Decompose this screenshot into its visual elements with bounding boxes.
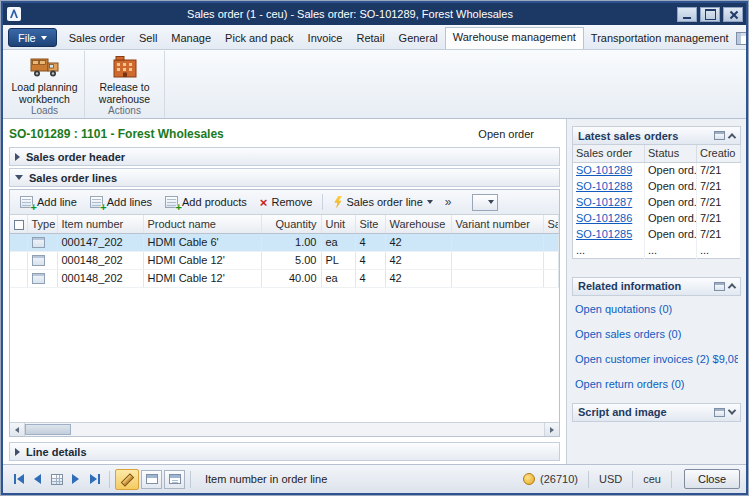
tab-transportation-management[interactable]: Transportation management <box>584 28 736 49</box>
tab-sell[interactable]: Sell <box>132 28 164 49</box>
product-name-cell[interactable]: HDMI Cable 6' <box>143 233 261 251</box>
warehouse-cell[interactable]: 42 <box>385 251 451 269</box>
show-grid-button[interactable] <box>141 470 162 489</box>
open-factbox-icon[interactable] <box>714 282 725 291</box>
chevron-up-icon[interactable] <box>728 133 736 141</box>
variant-number-cell[interactable] <box>451 269 543 287</box>
quantity-cell[interactable]: 1.00 <box>261 233 321 251</box>
scroll-left-button[interactable] <box>10 423 25 436</box>
grid-view-combo[interactable] <box>472 194 498 211</box>
tab-manage[interactable]: Manage <box>164 28 218 49</box>
grid-row[interactable]: 000147_202 HDMI Cable 6' 1.00 ea 4 42 <box>10 233 559 251</box>
load-planning-workbench-button[interactable]: Load planning workbench <box>5 51 84 105</box>
variant-number-cell[interactable] <box>451 251 543 269</box>
grid-row[interactable]: 000148_202 HDMI Cable 12' 5.00 PL 4 42 <box>10 251 559 269</box>
scrollbar-track[interactable] <box>71 423 544 436</box>
sales-order-link[interactable]: SO-101287 <box>576 196 632 208</box>
sales-cell[interactable] <box>543 233 559 251</box>
tab-invoice[interactable]: Invoice <box>301 28 350 49</box>
col-variant-number[interactable]: Variant number <box>451 215 543 233</box>
last-record-button[interactable] <box>85 470 104 488</box>
col-creation[interactable]: Creatio <box>697 145 741 162</box>
variant-number-cell[interactable] <box>451 233 543 251</box>
open-customer-invoices-link[interactable]: Open customer invoices (2) $9,089,8 <box>575 353 738 365</box>
row-selector-cell[interactable] <box>10 269 27 287</box>
section-line-details[interactable]: Line details <box>9 442 560 461</box>
scroll-right-button[interactable] <box>544 423 559 436</box>
restore-icon[interactable] <box>700 7 720 22</box>
col-item-number[interactable]: Item number <box>57 215 143 233</box>
scrollbar-thumb[interactable] <box>25 424 71 435</box>
site-cell[interactable]: 4 <box>355 233 385 251</box>
file-menu-button[interactable]: File <box>8 28 57 47</box>
sales-order-link[interactable]: SO-101289 <box>576 164 632 176</box>
col-status[interactable]: Status <box>645 145 697 162</box>
related-information-header[interactable]: Related information <box>572 277 741 296</box>
tab-warehouse-management[interactable]: Warehouse management <box>445 27 584 49</box>
minimize-icon[interactable] <box>677 7 697 22</box>
more-cell[interactable]: ... <box>573 242 645 258</box>
show-details-button[interactable] <box>164 470 185 489</box>
section-sales-order-lines[interactable]: Sales order lines <box>9 168 560 187</box>
edit-record-button[interactable] <box>115 469 139 490</box>
product-name-cell[interactable]: HDMI Cable 12' <box>143 269 261 287</box>
add-products-button[interactable]: Add products <box>159 194 253 210</box>
open-factbox-icon[interactable] <box>714 408 725 417</box>
tab-pick-and-pack[interactable]: Pick and pack <box>218 28 300 49</box>
section-sales-order-header[interactable]: Sales order header <box>9 147 560 166</box>
product-name-cell[interactable]: HDMI Cable 12' <box>143 251 261 269</box>
quantity-cell[interactable]: 5.00 <box>261 251 321 269</box>
item-number-cell[interactable]: 000147_202 <box>57 233 143 251</box>
unit-cell[interactable]: PL <box>321 251 355 269</box>
col-product-name[interactable]: Product name <box>143 215 261 233</box>
sales-order-link[interactable]: SO-101285 <box>576 228 632 240</box>
sales-cell[interactable] <box>543 269 559 287</box>
warehouse-cell[interactable]: 42 <box>385 269 451 287</box>
next-record-button[interactable] <box>66 470 85 488</box>
row-selector-cell[interactable] <box>10 251 27 269</box>
col-sales-order[interactable]: Sales order <box>573 145 645 162</box>
item-number-cell[interactable]: 000148_202 <box>57 251 143 269</box>
site-cell[interactable]: 4 <box>355 251 385 269</box>
unit-cell[interactable]: ea <box>321 233 355 251</box>
add-line-button[interactable]: Add line <box>14 194 83 210</box>
quantity-cell[interactable]: 40.00 <box>261 269 321 287</box>
more-cell[interactable]: ... <box>645 242 697 258</box>
remove-button[interactable]: Remove <box>254 194 319 211</box>
company-indicator[interactable]: ceu <box>643 473 661 485</box>
close-form-button[interactable]: Close <box>684 469 740 489</box>
release-to-warehouse-button[interactable]: Release to warehouse <box>85 51 164 105</box>
factbox-more-row[interactable]: ... ... ... <box>573 242 741 258</box>
chevron-down-icon[interactable] <box>728 406 736 414</box>
tab-general[interactable]: General <box>392 28 445 49</box>
toolbar-overflow-button[interactable]: » <box>440 194 457 210</box>
first-record-button[interactable] <box>9 470 28 488</box>
previous-record-button[interactable] <box>28 470 47 488</box>
site-cell[interactable]: 4 <box>355 269 385 287</box>
sales-order-link[interactable]: SO-101288 <box>576 180 632 192</box>
open-sales-orders-link[interactable]: Open sales orders (0) <box>575 328 738 340</box>
select-all-checkbox[interactable] <box>14 220 24 230</box>
chevron-up-icon[interactable] <box>728 283 736 291</box>
latest-sales-orders-header[interactable]: Latest sales orders <box>572 126 741 145</box>
tab-sales-order[interactable]: Sales order <box>62 28 132 49</box>
col-site[interactable]: Site <box>355 215 385 233</box>
open-factbox-icon[interactable] <box>714 131 725 140</box>
sales-order-link[interactable]: SO-101286 <box>576 212 632 224</box>
script-and-image-header[interactable]: Script and image <box>572 403 741 422</box>
col-type[interactable]: Type <box>27 215 57 233</box>
horizontal-scrollbar[interactable] <box>10 422 559 436</box>
close-icon[interactable] <box>723 7 743 22</box>
grid-view-button[interactable] <box>47 470 66 488</box>
tab-retail[interactable]: Retail <box>349 28 391 49</box>
more-cell[interactable]: ... <box>697 242 741 258</box>
warehouse-cell[interactable]: 42 <box>385 233 451 251</box>
col-sales-truncated[interactable]: Sal <box>543 215 559 233</box>
add-lines-button[interactable]: Add lines <box>84 194 158 210</box>
sales-order-line-menu-button[interactable]: Sales order line <box>327 194 438 211</box>
item-number-cell[interactable]: 000148_202 <box>57 269 143 287</box>
select-all-cell[interactable] <box>10 215 27 233</box>
grid-row[interactable]: 000148_202 HDMI Cable 12' 40.00 ea 4 42 <box>10 269 559 287</box>
col-warehouse[interactable]: Warehouse <box>385 215 451 233</box>
col-quantity[interactable]: Quantity <box>261 215 321 233</box>
